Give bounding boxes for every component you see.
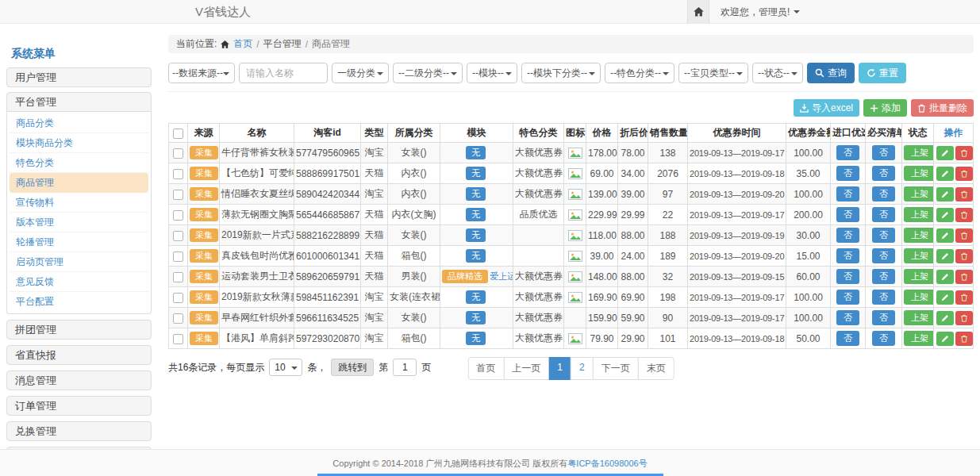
home-button[interactable] — [687, 0, 709, 24]
edit-button[interactable] — [936, 146, 954, 160]
page-button[interactable]: 末页 — [638, 357, 674, 380]
sidebar-subitem[interactable]: 模块商品分类 — [10, 133, 148, 153]
must-buy-toggle[interactable]: 否 — [872, 228, 895, 243]
per-page-select[interactable]: 10 — [269, 359, 302, 376]
must-buy-toggle[interactable]: 否 — [872, 331, 895, 346]
icp-link[interactable]: 粤ICP备16098006号 — [567, 459, 647, 468]
sidebar-subitem[interactable]: 商品管理 — [10, 173, 148, 193]
row-checkbox[interactable] — [173, 272, 183, 282]
user-menu[interactable]: 欢迎您，管理员! — [721, 6, 800, 19]
status-toggle[interactable]: 上架 — [904, 228, 934, 243]
sidebar-subitem[interactable]: 特色分类 — [10, 153, 148, 173]
sidebar-item[interactable]: 订单管理 — [6, 396, 152, 416]
import-select-toggle[interactable]: 否 — [836, 331, 859, 346]
delete-button[interactable] — [955, 290, 973, 305]
edit-button[interactable] — [936, 228, 954, 243]
sidebar-item[interactable]: 省直快报 — [6, 345, 152, 365]
status-toggle[interactable]: 上架 — [904, 186, 934, 202]
edit-button[interactable] — [936, 290, 954, 305]
must-buy-toggle[interactable]: 否 — [872, 166, 895, 181]
edit-button[interactable] — [936, 249, 954, 263]
delete-button[interactable] — [955, 311, 973, 325]
must-buy-toggle[interactable]: 否 — [872, 248, 895, 263]
row-checkbox[interactable] — [173, 251, 183, 262]
filter-select[interactable]: --二级分类-- — [393, 63, 463, 83]
edit-button[interactable] — [936, 167, 954, 181]
sidebar-item[interactable]: 兑换管理 — [6, 421, 152, 441]
edit-button[interactable] — [936, 187, 954, 202]
status-toggle[interactable]: 上架 — [904, 145, 934, 160]
row-checkbox[interactable] — [173, 293, 183, 303]
sidebar-subitem[interactable]: 轮播管理 — [10, 232, 148, 252]
import-select-toggle[interactable]: 否 — [836, 207, 859, 222]
reset-button[interactable]: 重置 — [859, 63, 906, 83]
status-toggle[interactable]: 上架 — [904, 248, 934, 263]
filter-select[interactable]: --模块-- — [467, 63, 517, 83]
import-select-toggle[interactable]: 否 — [836, 310, 859, 325]
delete-button[interactable] — [955, 332, 973, 346]
status-toggle[interactable]: 上架 — [904, 207, 934, 222]
name-search-input[interactable] — [239, 63, 328, 83]
import-select-toggle[interactable]: 否 — [836, 145, 859, 160]
sidebar-item[interactable]: 拼团管理 — [6, 320, 152, 340]
delete-button[interactable] — [955, 167, 973, 181]
edit-button[interactable] — [936, 311, 954, 325]
import-select-toggle[interactable]: 否 — [836, 269, 859, 284]
must-buy-toggle[interactable]: 否 — [872, 269, 895, 284]
filter-select[interactable]: --特色分类-- — [605, 63, 674, 83]
import-select-toggle[interactable]: 否 — [836, 228, 859, 243]
sidebar-item-platform-management[interactable]: 平台管理 — [6, 92, 152, 112]
delete-button[interactable] — [955, 187, 973, 202]
row-checkbox[interactable] — [173, 334, 183, 344]
edit-button[interactable] — [936, 208, 954, 222]
filter-select[interactable]: --宝贝类型-- — [678, 63, 748, 83]
filter-select[interactable]: 一级分类 — [332, 63, 389, 83]
import-select-toggle[interactable]: 否 — [836, 166, 859, 181]
select-all-checkbox[interactable] — [173, 129, 183, 139]
edit-button[interactable] — [936, 332, 954, 346]
sidebar-subitem[interactable]: 启动页管理 — [10, 252, 148, 272]
data-source-select[interactable]: --数据来源-- — [168, 63, 235, 83]
status-toggle[interactable]: 上架 — [904, 310, 934, 325]
edit-button[interactable] — [936, 270, 954, 284]
jump-button[interactable]: 跳转到 — [331, 359, 374, 376]
delete-button[interactable] — [955, 249, 973, 263]
page-button[interactable]: 上一页 — [503, 357, 549, 380]
must-buy-toggle[interactable]: 否 — [872, 207, 895, 222]
sidebar-subitem[interactable]: 意见反馈 — [10, 272, 148, 292]
search-button[interactable]: 查询 — [807, 63, 855, 83]
delete-button[interactable] — [955, 270, 973, 284]
status-toggle[interactable]: 上架 — [904, 166, 934, 181]
delete-button[interactable] — [955, 228, 973, 243]
import-excel-button[interactable]: 导入excel — [794, 99, 859, 117]
delete-button[interactable] — [955, 208, 973, 222]
import-select-toggle[interactable]: 否 — [836, 290, 859, 305]
row-checkbox[interactable] — [173, 169, 183, 179]
filter-select[interactable]: --模块下分类-- — [521, 63, 601, 83]
row-checkbox[interactable] — [173, 190, 183, 200]
status-toggle[interactable]: 上架 — [904, 331, 934, 346]
filter-select[interactable]: --状态-- — [752, 63, 803, 83]
sidebar-item[interactable]: 消息管理 — [6, 370, 152, 390]
page-button[interactable]: 首页 — [467, 357, 504, 380]
sidebar-subitem[interactable]: 版本管理 — [10, 213, 148, 232]
import-select-toggle[interactable]: 否 — [836, 186, 859, 202]
sidebar-subitem[interactable]: 平台配置 — [10, 292, 148, 312]
sidebar-subitem[interactable]: 宣传物料 — [10, 193, 148, 213]
status-toggle[interactable]: 上架 — [904, 290, 934, 305]
must-buy-toggle[interactable]: 否 — [872, 145, 895, 160]
must-buy-toggle[interactable]: 否 — [872, 186, 895, 202]
page-button[interactable]: 1 — [548, 357, 571, 380]
status-toggle[interactable]: 上架 — [904, 269, 934, 284]
import-select-toggle[interactable]: 否 — [836, 248, 859, 263]
page-number-input[interactable] — [393, 359, 417, 376]
row-checkbox[interactable] — [173, 148, 183, 159]
add-button[interactable]: 添加 — [863, 99, 907, 117]
row-checkbox[interactable] — [173, 210, 183, 221]
breadcrumb-home-link[interactable]: 首页 — [233, 37, 252, 51]
page-button[interactable]: 2 — [571, 357, 594, 380]
must-buy-toggle[interactable]: 否 — [872, 290, 895, 305]
page-button[interactable]: 下一页 — [593, 357, 639, 380]
sidebar-item-user-management[interactable]: 用户管理 — [6, 67, 152, 87]
delete-button[interactable] — [955, 146, 973, 160]
